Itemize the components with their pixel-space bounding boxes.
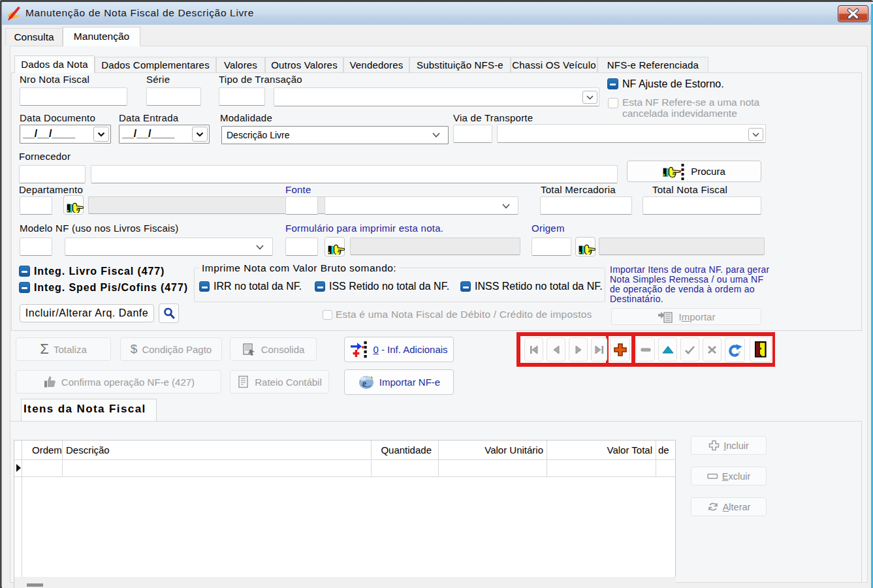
svg-text:e: e bbox=[362, 378, 366, 388]
